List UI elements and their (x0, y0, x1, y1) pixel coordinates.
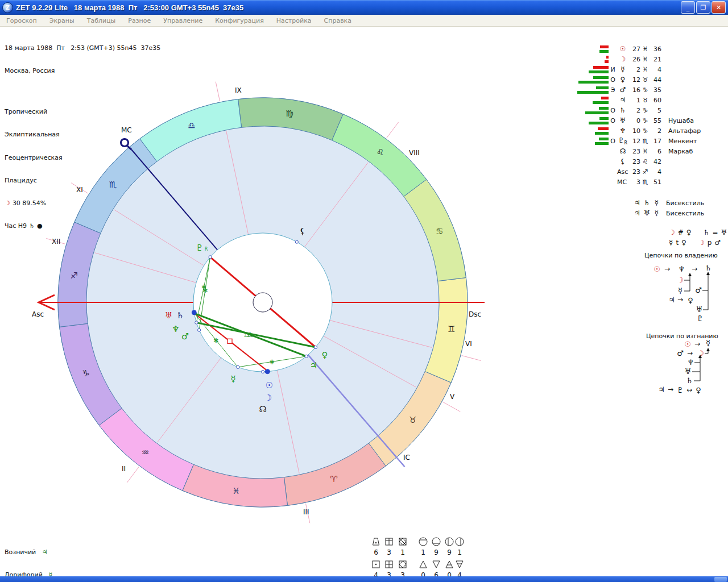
strength-bar-green (589, 122, 609, 124)
planet-table-row: Asc23♐4 (573, 167, 701, 177)
degree-value: 2 (628, 66, 640, 73)
saturn-icon[interactable]: ♄ (176, 310, 184, 321)
planet-glyph-icon: ☿ (617, 65, 628, 73)
svg-text:→: → (677, 296, 683, 304)
pluto-position-dot (209, 256, 212, 259)
declination-token: ☽ (698, 239, 705, 247)
chain-planet-icon: ♀ (696, 386, 701, 394)
declination-token: p (708, 239, 712, 247)
strength-bar-red (601, 97, 609, 99)
degree-value: 26 (628, 56, 640, 63)
minute-value: 17 (650, 138, 661, 145)
chain-planet-icon: ♅ (696, 305, 702, 314)
svg-text:→: → (692, 265, 697, 273)
sign-icon: ♓ (640, 66, 650, 73)
uranus-icon[interactable]: ♅ (165, 310, 172, 321)
sign-icon: ♑ (640, 86, 650, 94)
square-cross-icon (386, 561, 392, 568)
lilith-icon[interactable]: ⚸ (300, 226, 306, 236)
degree-value: 12 (628, 76, 640, 84)
planet-table-row: MC3♏51 (573, 177, 701, 187)
declination-token: ♂ (714, 239, 721, 247)
square-dot-icon (373, 561, 379, 568)
sagittarius-icon: ♐ (71, 271, 78, 281)
bottom-info-block: Возничий ♃ Дорифорий ☿ Альмутен карты ♃ … (5, 534, 271, 582)
chain-planet-icon: ♀ (688, 296, 693, 305)
mars-icon[interactable]: ♂ (181, 331, 189, 342)
ic-label: IC (403, 454, 410, 462)
venus-icon[interactable]: ♀ (322, 350, 328, 360)
declination-token: ♀ (681, 239, 686, 247)
house-label-VI: VI (465, 340, 472, 348)
planet-table-row: ☉27♓36 (573, 44, 701, 54)
minute-value: 36 (650, 45, 661, 53)
tray-icon[interactable] (714, 577, 727, 582)
taskbar[interactable] (0, 576, 728, 582)
distribution-count: 3 (387, 548, 391, 556)
trine-aspect-icon: △ (247, 330, 253, 338)
sextile-aspect-icon: ∗ (202, 286, 208, 294)
declination-token: = (712, 228, 718, 236)
chain-planet-icon: ☉ (653, 265, 660, 273)
planet-position-table: ☉27♓36☽26♓21И☿2♓4О♀12♉44Э♂16♑35♃1♉60О♄2♑… (573, 44, 701, 187)
sun-icon[interactable]: ☉ (266, 380, 273, 390)
svg-text:→: → (668, 385, 673, 393)
configuration-name: Бисекстиль (666, 199, 704, 207)
planet-table-row: ☽26♓21 (573, 54, 701, 64)
distribution-count: 1 (400, 548, 405, 556)
strength-bar-green (585, 111, 609, 114)
quad-grid-top-icon (386, 538, 392, 545)
degree-value: 23 (628, 168, 640, 176)
neptune-icon[interactable]: ♆ (172, 324, 179, 334)
asc-label: Asc (617, 168, 628, 176)
quad-trapezoid-dot-icon (373, 538, 379, 545)
triangle-up-bar-icon (446, 561, 453, 568)
house-label-IX: IX (235, 86, 242, 94)
planet-glyph-icon: ♅ (617, 117, 628, 124)
capricorn-icon: ♑ (82, 368, 89, 379)
venus-position-dot (314, 346, 317, 348)
strength-bar-red (593, 66, 609, 69)
strength-bar-green (593, 76, 609, 79)
dignity-letter: И (609, 66, 617, 73)
fixed-star-name: Менкент (668, 138, 697, 145)
strength-bar-red (598, 127, 609, 130)
aries-icon: ♈ (330, 474, 337, 484)
minute-value: 5 (650, 107, 661, 114)
jupiter-icon[interactable]: ♃ (309, 360, 317, 371)
declination-aspect-row: ☽#♀♄=♅ (669, 227, 728, 238)
planet-glyph-icon: ♅ (642, 209, 652, 217)
planet-glyph-icon: ♆ (617, 127, 628, 135)
moon-icon[interactable]: ☽ (264, 393, 272, 403)
configuration-row: ♃♄☿Бисекстиль (632, 198, 704, 208)
declination-token: ♀ (686, 228, 692, 236)
lilith-position-dot (295, 240, 298, 243)
chain-planet-icon: ☉ (684, 340, 691, 348)
chain-planet-icon: ♄ (705, 264, 712, 272)
minute-value: 35 (650, 86, 661, 94)
libra-icon: ♎ (188, 120, 195, 131)
planet-table-row: ♆10♑2Альтафар (573, 126, 701, 136)
virgo-icon: ♍ (286, 109, 293, 119)
house-label-II: II (122, 465, 126, 473)
pisces-icon: ♓ (232, 486, 239, 496)
mercury-icon[interactable]: ☿ (230, 374, 235, 384)
degree-value: 3 (628, 178, 640, 186)
sign-icon: ♉ (640, 76, 650, 84)
distribution-count: 9 (447, 548, 452, 556)
declination-token: t (676, 239, 679, 247)
strength-bar-green (589, 70, 609, 73)
distribution-count: 6 (374, 548, 378, 556)
node-icon[interactable]: ☊ (259, 404, 266, 414)
degree-value: 12 (628, 138, 640, 145)
planet-glyph-icon: ♃ (632, 209, 642, 217)
sign-icon: ♑ (640, 117, 650, 124)
pluto-icon[interactable]: ♇ (196, 243, 203, 253)
mc-label: MC (121, 126, 132, 134)
minute-value: 4 (650, 168, 661, 176)
dsc-label: Dsc (469, 310, 481, 318)
sign-icon: ♉ (640, 97, 650, 104)
conjunction-dot (265, 369, 270, 374)
sign-icon: ♑ (640, 107, 650, 114)
aquarius-icon: ♒ (142, 447, 149, 458)
